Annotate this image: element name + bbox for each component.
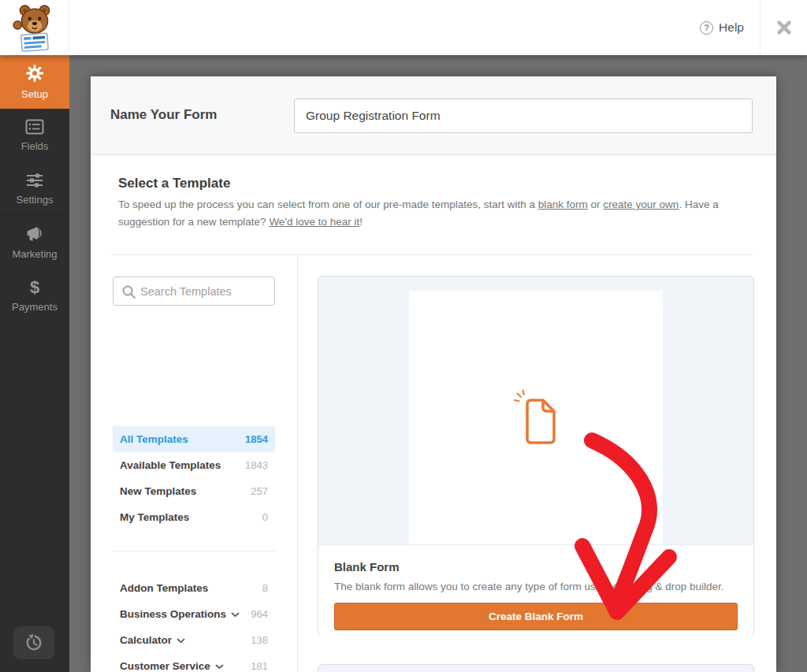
template-category-row[interactable]: All Templates 1854	[113, 426, 275, 452]
bear-mascot-icon	[12, 3, 58, 52]
megaphone-icon	[25, 225, 44, 243]
sliders-icon	[25, 173, 44, 188]
intro-text: or	[588, 199, 604, 210]
sidebar-item-payments[interactable]: $ Payments	[0, 269, 69, 323]
template-category-row[interactable]: New Templates 257	[113, 478, 275, 504]
intro-text: !	[359, 216, 363, 228]
category-label: Calculator	[120, 634, 172, 646]
sidebar-item-label: Settings	[17, 194, 54, 206]
setup-panel: Name Your Form Select a Template To spee…	[91, 76, 776, 672]
fields-list-icon	[25, 119, 44, 135]
close-icon	[775, 19, 793, 36]
revisions-history-button[interactable]	[13, 626, 54, 659]
template-category-row[interactable]: Business Operations 964	[113, 601, 275, 627]
column-divider	[297, 255, 298, 672]
chevron-down-icon[interactable]	[231, 612, 240, 618]
blank-form-preview	[409, 291, 663, 544]
template-category-row[interactable]: Available Templates 1843	[113, 452, 275, 478]
category-count: 1854	[245, 433, 268, 445]
category-label: Available Templates	[120, 459, 221, 471]
help-question-icon: ?	[700, 21, 713, 35]
sidebar-item-settings[interactable]: Settings	[0, 162, 69, 216]
blank-form-title: Blank Form	[334, 560, 738, 574]
builder-main-area: Name Your Form Select a Template To spee…	[69, 55, 807, 672]
template-categories-column: All Templates 1854 Available Templates 1…	[113, 254, 275, 306]
sidebar-item-marketing[interactable]: Marketing	[0, 216, 69, 269]
create-blank-form-button[interactable]: Create Blank Form	[334, 603, 738, 630]
category-label: All Templates	[120, 433, 188, 445]
close-button[interactable]	[761, 0, 807, 55]
blank-form-link[interactable]: blank form	[538, 199, 588, 210]
search-icon	[121, 284, 136, 299]
blank-form-description: The blank form allows you to create any …	[334, 581, 738, 592]
secondary-category-list: Addon Templates 8 Business Operations 96…	[113, 575, 275, 672]
blank-form-card: Blank Form The blank form allows you to …	[318, 276, 754, 637]
category-count: 181	[251, 660, 268, 672]
template-category-row[interactable]: My Templates 0	[113, 504, 275, 530]
category-label: Addon Templates	[120, 582, 208, 594]
search-templates-input[interactable]	[140, 277, 273, 305]
top-bar: ? Help	[0, 0, 807, 55]
select-template-title: Select a Template	[118, 176, 230, 191]
category-count: 257	[251, 485, 268, 497]
template-selection-body: Select a Template To speed up the proces…	[91, 155, 776, 672]
category-list-divider	[113, 551, 275, 551]
chevron-down-icon[interactable]	[215, 664, 224, 670]
wpforms-logo	[0, 0, 69, 55]
sidebar-item-label: Fields	[21, 140, 49, 152]
template-category-row[interactable]: Customer Service 181	[113, 653, 275, 672]
builder-sidebar: Setup Fields Settings Marketing	[0, 55, 69, 672]
sidebar-item-label: Payments	[12, 301, 58, 313]
dollar-icon: $	[30, 280, 39, 295]
blank-form-info: Blank Form The blank form allows you to …	[318, 544, 753, 637]
form-name-input[interactable]	[294, 98, 753, 133]
gear-icon	[25, 64, 44, 83]
template-category-row[interactable]: Calculator 138	[113, 627, 275, 653]
next-template-card	[318, 664, 754, 672]
category-count: 1843	[245, 459, 268, 471]
sidebar-item-label: Marketing	[12, 248, 57, 260]
suggestion-link[interactable]: We'd love to hear it	[269, 216, 359, 228]
category-count: 0	[262, 511, 268, 523]
history-icon	[24, 633, 43, 652]
intro-text: To speed up the process you can select f…	[118, 199, 538, 210]
category-label: Customer Service	[120, 660, 210, 672]
create-your-own-link[interactable]: create your own	[603, 199, 679, 210]
help-button[interactable]: ? Help	[700, 0, 744, 55]
category-label: Business Operations	[120, 608, 226, 620]
category-count: 8	[262, 582, 268, 594]
template-category-row[interactable]: Addon Templates 8	[113, 575, 275, 601]
help-label: Help	[719, 20, 744, 35]
category-count: 138	[251, 634, 268, 646]
blank-document-icon	[514, 388, 558, 447]
category-count: 964	[251, 608, 268, 620]
category-label: New Templates	[120, 485, 196, 497]
sidebar-item-label: Setup	[21, 88, 48, 100]
form-name-label: Name Your Form	[110, 107, 217, 123]
chevron-down-icon[interactable]	[177, 638, 185, 644]
search-templates-box	[113, 277, 275, 306]
sidebar-item-setup[interactable]: Setup	[0, 55, 69, 109]
sidebar-item-fields[interactable]: Fields	[0, 109, 69, 162]
primary-category-list: All Templates 1854 Available Templates 1…	[113, 426, 275, 530]
category-label: My Templates	[120, 511, 189, 523]
template-intro-text: To speed up the process you can select f…	[118, 196, 760, 231]
name-your-form-header: Name Your Form	[91, 76, 776, 155]
